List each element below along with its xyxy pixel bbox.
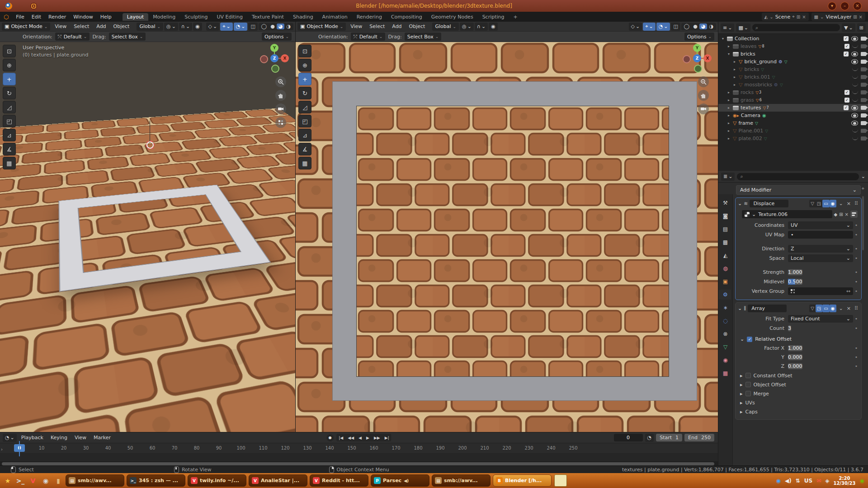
outliner-item-label[interactable]: bricks (741, 51, 755, 57)
viewport-menu[interactable]: View (347, 23, 366, 30)
timeline-menu[interactable]: Playback (18, 434, 47, 441)
axis-x-handle[interactable]: X (281, 54, 289, 62)
task-button[interactable]: P Parsec ◀) (371, 474, 429, 487)
axis-x-handle[interactable]: X (703, 54, 712, 62)
animate-dot[interactable]: • (853, 279, 859, 285)
disable-render-camera-icon[interactable] (861, 83, 866, 87)
tool-add-cube-button[interactable]: ▦ (3, 157, 16, 169)
expand-arrow-icon[interactable]: ▾ (721, 37, 725, 41)
edit-mode-toggle[interactable]: ▽ (809, 200, 816, 207)
end-frame-field[interactable]: End 250 (684, 434, 714, 441)
hide-eye-icon[interactable] (851, 36, 858, 41)
setting-value-slider[interactable]: 0.500 (788, 279, 802, 285)
new-collection-button[interactable]: ⊞ (857, 23, 866, 32)
editor-type-button[interactable]: ◔⌄ (3, 434, 17, 442)
hide-eye-icon[interactable] (851, 105, 858, 110)
task-button[interactable]: ▤ smb://awv... (432, 474, 491, 487)
disable-render-camera-icon[interactable] (861, 44, 866, 48)
tray-shield-icon[interactable]: ◈ (825, 478, 829, 484)
pan-hand-icon[interactable] (275, 90, 286, 101)
shading-rendered-button[interactable]: ◑ (707, 23, 715, 29)
timeline-expand-arrow[interactable]: › (1, 447, 3, 452)
tool-select-box-button[interactable]: ⊡ (3, 45, 16, 57)
zoom-icon[interactable] (698, 76, 709, 87)
animate-dot[interactable]: • (853, 255, 859, 261)
expand-arrow-icon[interactable]: ▸ (726, 121, 731, 125)
tab-object-data[interactable]: ▽ (720, 342, 731, 352)
transform-orientation-dropdown[interactable]: Global ⌄ (137, 23, 163, 31)
current-frame-field[interactable]: 0 (614, 434, 643, 441)
timeline-ruler[interactable]: 0102030405060708090100110120130140150160… (0, 443, 718, 454)
orientation-setting-dropdown[interactable]: ⤱ Default ⌄ (55, 33, 90, 41)
relative-offset-checkbox[interactable]: ✓ (747, 337, 752, 342)
pan-hand-icon[interactable] (698, 90, 709, 101)
stopwatch-icon[interactable]: ◔ (645, 434, 654, 442)
viewport-menu[interactable]: Select (366, 23, 388, 30)
modifier-name-field[interactable]: Array (748, 305, 787, 312)
shading-material-button[interactable]: ◕ (277, 23, 285, 29)
xray-toggle-button[interactable]: ◫ (671, 23, 680, 31)
exclude-checkbox[interactable]: ✓ (844, 105, 849, 110)
outliner-row[interactable]: ▸ ▽ mossbricks ⚙ ▽ (718, 81, 868, 89)
workspace-tab[interactable]: Sculpting (180, 13, 212, 21)
add-modifier-button[interactable]: Add Modifier ⌄ (736, 185, 861, 195)
axis-negative-x-handle[interactable] (260, 55, 268, 63)
drag-handle-icon[interactable]: ⠿ (854, 201, 859, 206)
hide-eye-icon[interactable] (851, 52, 858, 56)
invert-icon[interactable]: ↔ (846, 288, 850, 294)
viewport-menu[interactable]: Select (70, 23, 93, 30)
task-button[interactable]: B Blender [/h... (493, 474, 552, 487)
xray-toggle-button[interactable]: ◫ (248, 23, 257, 31)
section-checkbox[interactable] (745, 382, 751, 387)
outliner-row[interactable]: ▸ grass ▽6 ✓ (718, 96, 868, 104)
workspace-tab[interactable]: + (509, 13, 522, 21)
disable-render-camera-icon[interactable] (861, 37, 866, 41)
hide-eye-closed-icon[interactable] (852, 83, 858, 86)
disable-render-camera-icon[interactable] (861, 75, 866, 79)
disable-render-camera-icon[interactable] (861, 129, 866, 133)
topbar-menu[interactable]: Help (97, 13, 115, 21)
workspace-tab[interactable]: Shading (288, 13, 318, 21)
collapsed-section-row[interactable]: ▸ Object Offset (740, 380, 861, 389)
viewport-3d-right[interactable]: ▣ Object Mode ⌄ ViewSelectAddObject Glob… (296, 22, 718, 432)
blender-logo-icon[interactable]: ⬡ (4, 14, 9, 20)
snapping-magnet-button[interactable]: ∩⌄ (475, 23, 488, 31)
hide-eye-icon[interactable] (851, 59, 858, 64)
expand-arrow-icon[interactable]: ▾ (726, 52, 731, 56)
tool-scale-button[interactable]: ◿ (298, 101, 311, 113)
tab-view-layer[interactable]: ▩ (720, 237, 731, 247)
remove-viewlayer-icon[interactable]: × (859, 14, 863, 19)
unlink-icon[interactable]: × (845, 212, 849, 217)
viewport-canvas[interactable]: User Perspective (0) textures | plate.gr… (0, 41, 295, 432)
topbar-menu[interactable]: Window (70, 13, 96, 21)
collapsed-section-row[interactable]: ▸ Caps (740, 407, 861, 416)
outliner-filter-mode-button[interactable]: ▩⌄ (736, 23, 750, 32)
realtime-toggle[interactable]: ▭ (822, 305, 829, 312)
tab-texture[interactable]: ▦ (720, 368, 731, 378)
viewport-menu[interactable]: Add (388, 23, 405, 30)
proportional-editing-button[interactable]: ◉ (489, 23, 498, 31)
drag-setting-dropdown[interactable]: Select Box ⌄ (405, 33, 441, 41)
outliner-item-label[interactable]: textures (741, 105, 761, 111)
task-button[interactable]: ▤ smb://awv... (66, 474, 124, 487)
disable-render-camera-icon[interactable] (861, 98, 866, 102)
transform-orientation-dropdown[interactable]: Global ⌄ (432, 23, 459, 31)
disable-render-camera-icon[interactable] (861, 60, 866, 64)
tool-annotate-button[interactable]: ⊿ (298, 129, 311, 141)
animate-dot[interactable]: • (853, 363, 859, 369)
timeline-menu[interactable]: Marker (90, 434, 114, 441)
tool-cursor-button[interactable]: ⊕ (3, 59, 16, 71)
tab-object[interactable]: ▣ (720, 277, 731, 286)
timeline-scrollbar-thumb[interactable] (2, 462, 714, 465)
outliner-row[interactable]: ▾ Collection ✓ (718, 35, 868, 42)
exclude-checkbox[interactable]: ✓ (844, 98, 849, 103)
window-close-button[interactable]: × (853, 2, 862, 10)
axis-negative-x-handle[interactable] (683, 55, 691, 63)
window-shade-button[interactable]: ▾ (828, 2, 836, 10)
expand-arrow-icon[interactable]: ▸ (732, 83, 737, 87)
options-dropdown[interactable]: Options ⌄ (262, 33, 292, 41)
tool-measure-button[interactable]: ∡ (3, 143, 16, 155)
pivot-point-button[interactable]: ◎⌄ (164, 23, 178, 31)
tool-measure-button[interactable]: ∡ (298, 143, 311, 155)
new-viewlayer-icon[interactable]: ⊞ (853, 14, 857, 19)
